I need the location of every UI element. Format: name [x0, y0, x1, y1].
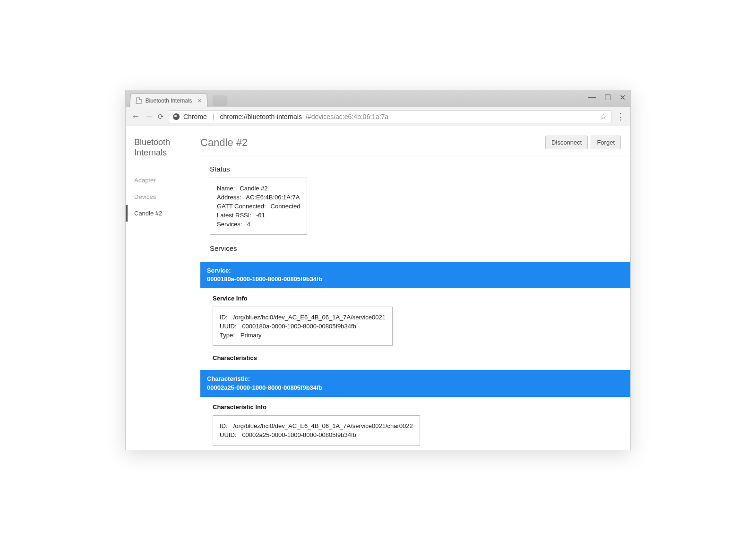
service-info-section: Service Info ID:/org/bluez/hci0/dev_AC_E… [213, 295, 630, 346]
services-section: Services [210, 244, 630, 252]
maximize-icon[interactable]: ☐ [604, 93, 611, 102]
page-content: Bluetooth Internals Adapter Devices Cand… [126, 126, 630, 450]
status-name-value: Candle #2 [240, 185, 267, 192]
service-info-box: ID:/org/bluez/hci0/dev_AC_E6_4B_06_1A_7A… [213, 307, 393, 346]
status-section: Status Name:Candle #2 Address:AC:E6:4B:0… [210, 165, 630, 235]
menu-icon[interactable]: ⋮ [616, 111, 625, 122]
document-icon [136, 97, 142, 104]
status-gatt-value: Connected [271, 203, 301, 210]
status-name-label: Name: [217, 185, 235, 192]
page-title: Candle #2 [200, 137, 545, 149]
status-box: Name:Candle #2 Address:AC:E6:4B:06:1A:7A… [210, 178, 307, 235]
status-services-value: 4 [247, 221, 250, 228]
char-id-value: /org/bluez/hci0/dev_AC_E6_4B_06_1A_7A/se… [233, 422, 413, 429]
address-bar[interactable]: Chrome | chrome://bluetooth-internals/#d… [169, 110, 611, 123]
minimize-icon[interactable]: — [588, 93, 596, 102]
sidebar: Bluetooth Internals Adapter Devices Cand… [126, 126, 197, 450]
window-controls: — ☐ ✕ [588, 93, 626, 102]
forget-button[interactable]: Forget [591, 136, 621, 149]
service-bar-uuid: 0000180a-0000-1000-8000-00805f9b34fb [207, 275, 322, 283]
service-header-bar[interactable]: Service: 0000180a-0000-1000-8000-00805f9… [200, 262, 630, 288]
main-panel: Candle #2 Disconnect Forget Status Name:… [197, 126, 630, 450]
browser-tab[interactable]: Bluetooth Internals × [129, 94, 208, 107]
sidebar-title: Bluetooth Internals [134, 137, 197, 158]
service-type-label: Type: [220, 332, 235, 339]
characteristic-header-bar[interactable]: Characteristic: 00002a25-0000-1000-8000-… [200, 370, 630, 396]
status-heading: Status [210, 165, 630, 173]
status-address-value: AC:E6:4B:06:1A:7A [246, 194, 300, 201]
disconnect-button[interactable]: Disconnect [545, 136, 588, 149]
characteristics-section: Characteristics [213, 354, 630, 361]
tab-strip: Bluetooth Internals × — ☐ ✕ [126, 90, 630, 107]
url-host: chrome://bluetooth-internals [220, 113, 302, 120]
url-path: /#devices/ac:e6:4b:06:1a:7a [306, 113, 388, 120]
sidebar-item-devices[interactable]: Devices [134, 189, 197, 205]
service-uuid-label: UUID: [220, 323, 236, 330]
sidebar-item-candle-2[interactable]: Candle #2 [126, 205, 197, 222]
url-scheme: Chrome [183, 113, 207, 120]
status-rssi-label: Latest RSSI: [217, 212, 251, 219]
status-rssi-value: -61 [256, 212, 265, 219]
service-type-value: Primary [241, 332, 262, 339]
characteristic-bar-uuid: 00002a25-0000-1000-8000-00805f9b34fb [207, 384, 322, 391]
service-id-label: ID: [220, 314, 228, 321]
char-uuid-value: 00002a25-0000-1000-8000-00805f9b34fb [242, 431, 356, 438]
status-services-label: Services: [217, 221, 242, 228]
close-tab-icon[interactable]: × [198, 97, 202, 104]
characteristics-heading: Characteristics [213, 354, 630, 361]
characteristic-info-box: ID:/org/bluez/hci0/dev_AC_E6_4B_06_1A_7A… [213, 415, 420, 446]
service-bar-label: Service: [207, 267, 231, 274]
forward-button[interactable]: → [145, 111, 153, 121]
back-button[interactable]: ← [131, 111, 140, 121]
new-tab-button[interactable] [213, 95, 227, 106]
reload-button[interactable]: ⟳ [158, 112, 164, 121]
char-uuid-label: UUID: [220, 431, 236, 438]
browser-window: Bluetooth Internals × — ☐ ✕ ← → ⟳ Chrome… [125, 90, 631, 450]
char-id-label: ID: [220, 422, 228, 429]
toolbar: ← → ⟳ Chrome | chrome://bluetooth-intern… [126, 107, 630, 126]
bookmark-star-icon[interactable]: ☆ [600, 111, 607, 122]
characteristic-info-section: Characteristic Info ID:/org/bluez/hci0/d… [213, 403, 630, 446]
tab-title: Bluetooth Internals [145, 97, 192, 104]
close-window-icon[interactable]: ✕ [619, 93, 626, 102]
service-uuid-value: 0000180a-0000-1000-8000-00805f9b34fb [242, 323, 356, 330]
status-address-label: Address: [217, 194, 241, 201]
site-info-icon[interactable] [173, 113, 180, 120]
characteristic-bar-label: Characteristic: [207, 375, 250, 382]
sidebar-item-adapter[interactable]: Adapter [134, 172, 197, 189]
service-id-value: /org/bluez/hci0/dev_AC_E6_4B_06_1A_7A/se… [233, 314, 386, 321]
characteristic-info-heading: Characteristic Info [213, 403, 630, 411]
service-info-heading: Service Info [213, 295, 630, 302]
services-heading: Services [210, 244, 630, 252]
page-header: Candle #2 Disconnect Forget [200, 136, 630, 156]
status-gatt-label: GATT Connected: [217, 203, 266, 210]
